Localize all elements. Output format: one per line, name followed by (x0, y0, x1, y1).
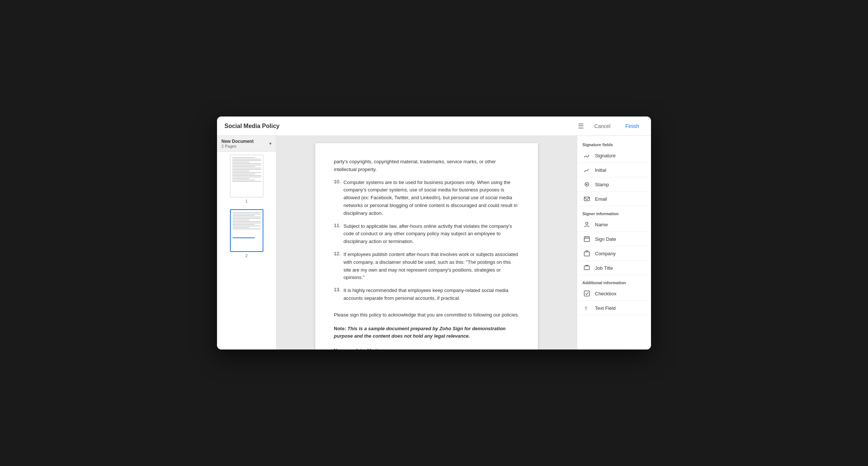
sidebar-item-name[interactable]: Name (577, 217, 651, 232)
svg-point-1 (586, 184, 588, 185)
main-content: New Document 2 Pages ▾ (217, 136, 651, 350)
svg-rect-7 (584, 291, 589, 296)
document-page: party's copyrights, copyrighted material… (315, 143, 538, 350)
svg-rect-6 (584, 266, 589, 270)
sidebar-item-company[interactable]: Company (577, 246, 651, 261)
checkbox-label: Checkbox (595, 291, 617, 296)
sidebar-item-checkbox[interactable]: Checkbox (577, 286, 651, 301)
doc-list: 10. Computer systems are to be used for … (334, 179, 519, 302)
job-title-label: Job Title (595, 265, 613, 271)
list-item: 13. It is highly recommended that employ… (334, 287, 519, 302)
header-actions: ☰ Cancel Finish (578, 121, 644, 131)
sign-note: Please sign this policy to acknowledge t… (334, 311, 519, 319)
list-num-10: 10. (334, 179, 341, 217)
chevron-down-icon[interactable]: ▾ (269, 141, 272, 146)
list-text-11: Subject to applicable law, after-hours o… (343, 223, 519, 246)
sidebar-item-initial[interactable]: Initial (577, 163, 651, 177)
app-header: Social Media Policy ☰ Cancel Finish (217, 116, 651, 136)
pages-sidebar: New Document 2 Pages ▾ (217, 136, 276, 350)
initial-label: Initial (595, 167, 606, 173)
sidebar-item-sign-date[interactable]: Sign Date (577, 232, 651, 246)
svg-rect-4 (584, 237, 589, 242)
list-num-12: 12. (334, 251, 341, 282)
list-item: 12. If employees publish content after-h… (334, 251, 519, 282)
name-value: John Martin (355, 348, 381, 350)
list-text-13: It is highly recommended that employees … (343, 287, 519, 302)
list-item: 10. Computer systems are to be used for … (334, 179, 519, 217)
disclaimer-label: Note: (334, 326, 346, 331)
signature-icon (582, 151, 591, 160)
svg-rect-5 (584, 252, 589, 256)
sidebar-item-text-field[interactable]: T Text Field (577, 301, 651, 315)
list-num-13: 13. (334, 287, 341, 302)
page-1-number: 1 (245, 199, 247, 203)
job-title-icon (582, 263, 591, 272)
svg-rect-2 (584, 197, 589, 201)
page-2-thumbnail[interactable]: 2 (217, 206, 276, 261)
name-icon (582, 220, 591, 229)
finish-button[interactable]: Finish (621, 121, 644, 131)
signature-fields-title: Signature fields (577, 140, 651, 148)
document-title: Social Media Policy (224, 123, 280, 129)
svg-text:T: T (585, 306, 588, 311)
signature-label: Signature (595, 153, 616, 158)
list-num-11: 11. (334, 223, 341, 246)
right-sidebar: Signature fields Signature (577, 136, 651, 350)
doc-pages: 2 Pages (221, 144, 254, 148)
company-label: Company (595, 251, 616, 256)
additional-info-title: Additional information (577, 278, 651, 286)
intro-text: party's copyrights, copyrighted material… (334, 158, 519, 174)
document-area: party's copyrights, copyrighted material… (276, 136, 577, 350)
list-text-12: If employees publish content after-hours… (343, 251, 519, 282)
email-icon (582, 194, 591, 203)
page-1-image (230, 155, 263, 197)
disclaimer: Note: This is a sample document prepared… (334, 325, 519, 341)
name-signer-label: Name (595, 222, 608, 227)
list-item: 11. Subject to applicable law, after-hou… (334, 223, 519, 246)
sidebar-item-signature[interactable]: Signature (577, 148, 651, 163)
text-field-icon: T (582, 303, 591, 312)
sidebar-item-stamp[interactable]: Stamp (577, 177, 651, 192)
page-2-image (230, 209, 263, 252)
signer-info-title: Signer information (577, 209, 651, 217)
text-field-label: Text Field (595, 305, 616, 311)
pages-header[interactable]: New Document 2 Pages ▾ (217, 136, 276, 152)
sidebar-item-email[interactable]: Email (577, 192, 651, 206)
sign-date-label: Sign Date (595, 236, 616, 242)
name-label: Name: (334, 348, 352, 350)
svg-point-3 (586, 222, 588, 224)
checkbox-icon (582, 289, 591, 298)
list-text-10: Computer systems are to be used for busi… (343, 179, 519, 217)
menu-icon[interactable]: ☰ (578, 122, 584, 130)
stamp-icon (582, 180, 591, 189)
pages-header-info: New Document 2 Pages (221, 139, 254, 148)
cancel-button[interactable]: Cancel (590, 121, 615, 131)
sign-date-icon (582, 234, 591, 243)
email-label: Email (595, 196, 607, 202)
page-1-thumbnail[interactable]: 1 (217, 152, 276, 206)
page-2-number: 2 (245, 253, 247, 258)
name-field-line: Name: John Martin (334, 348, 519, 350)
company-icon (582, 249, 591, 258)
initial-icon (582, 165, 591, 174)
sidebar-item-job-title[interactable]: Job Title (577, 261, 651, 275)
disclaimer-text: This is a sample document prepared by Zo… (334, 326, 506, 339)
doc-name: New Document (221, 139, 254, 144)
stamp-label: Stamp (595, 182, 609, 187)
